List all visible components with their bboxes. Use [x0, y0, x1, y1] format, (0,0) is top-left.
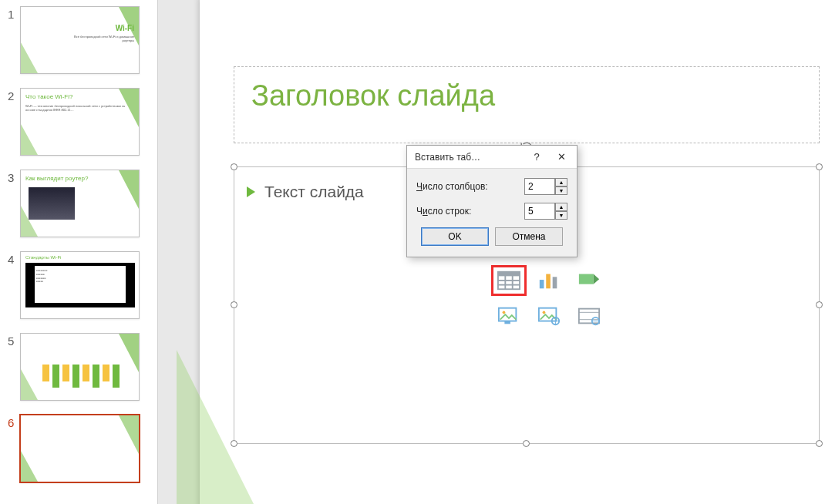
resize-handle[interactable]	[231, 440, 237, 447]
resize-handle[interactable]	[523, 440, 530, 447]
insert-table-icon[interactable]	[497, 270, 521, 291]
thumb-preview	[20, 415, 140, 482]
svg-rect-7	[546, 274, 551, 289]
insert-online-picture-icon[interactable]	[537, 306, 561, 326]
svg-rect-1	[498, 272, 520, 277]
rows-spin-up[interactable]: ▲	[555, 203, 567, 211]
resize-handle[interactable]	[231, 301, 237, 308]
title-placeholder-text: Заголовок слайда	[234, 67, 819, 125]
insert-smartart-icon[interactable]	[577, 270, 601, 291]
thumb-number: 5	[3, 333, 20, 348]
svg-point-15	[543, 311, 546, 314]
thumbnail-4[interactable]: 4 Стандарты Wi-Fi ■■■■■■■■■■■■■■■■■■■■■■…	[3, 251, 148, 319]
thumb-number: 4	[3, 251, 20, 266]
thumbnail-2[interactable]: 2 Что такое Wi-Fi? Wi-Fi — технология бе…	[3, 88, 148, 156]
resize-handle[interactable]	[816, 440, 823, 447]
slide-editor[interactable]: Заголовок слайда Текст слайда	[158, 0, 825, 504]
rows-input[interactable]	[524, 203, 555, 220]
rows-label: Число строк:	[416, 206, 518, 217]
rows-spinner[interactable]: ▲ ▼	[524, 203, 567, 220]
columns-spin-down[interactable]: ▼	[555, 186, 567, 195]
content-placeholder-icons	[497, 270, 608, 334]
thumb-number: 2	[3, 88, 20, 102]
resize-handle[interactable]	[816, 301, 823, 308]
bullet-icon	[247, 186, 255, 197]
columns-spinner[interactable]: ▲ ▼	[524, 178, 567, 195]
svg-rect-6	[540, 280, 544, 288]
title-placeholder[interactable]: Заголовок слайда	[234, 66, 820, 143]
thumb-preview: Что такое Wi-Fi? Wi-Fi — технология бесп…	[20, 88, 140, 156]
insert-table-dialog: Вставить таб… ? ✕ Число столбцов: ▲ ▼ Чи…	[406, 145, 578, 257]
resize-handle[interactable]	[231, 163, 237, 170]
thumbnail-1[interactable]: 1 Wi-Fi Всё беспроводной сети Wi-Fi и до…	[3, 6, 148, 74]
thumb-preview: Wi-Fi Всё беспроводной сети Wi-Fi и дома…	[20, 6, 140, 74]
svg-rect-9	[579, 274, 594, 284]
ok-button[interactable]: OK	[421, 227, 489, 246]
cancel-button[interactable]: Отмена	[495, 227, 563, 246]
thumb-number: 6	[3, 415, 20, 429]
columns-input[interactable]	[524, 178, 555, 195]
thumb-preview: Стандарты Wi-Fi ■■■■■■■■■■■■■■■■■■■■■■■■…	[20, 251, 140, 319]
thumb-preview: Как выглядит роутер?	[20, 170, 140, 237]
insert-picture-icon[interactable]	[497, 306, 521, 326]
dialog-title: Вставить таб…	[415, 152, 524, 163]
body-placeholder-text[interactable]: Текст слайда	[247, 183, 364, 201]
resize-handle[interactable]	[816, 163, 823, 170]
thumbnail-6[interactable]: 6	[3, 415, 148, 482]
svg-rect-8	[553, 277, 557, 288]
thumb-number: 3	[3, 170, 20, 184]
thumb-number: 1	[3, 6, 20, 21]
columns-spin-up[interactable]: ▲	[555, 178, 567, 186]
dialog-close-button[interactable]: ✕	[549, 146, 574, 169]
dialog-help-button[interactable]: ?	[524, 146, 549, 169]
svg-point-12	[503, 311, 506, 314]
thumbnail-3[interactable]: 3 Как выглядит роутер?	[3, 170, 148, 237]
dialog-titlebar[interactable]: Вставить таб… ? ✕	[407, 146, 577, 169]
rows-spin-down[interactable]: ▼	[555, 211, 567, 220]
svg-rect-13	[504, 321, 510, 324]
insert-chart-icon[interactable]	[537, 270, 561, 291]
svg-marker-10	[594, 274, 600, 284]
thumb-preview	[20, 333, 140, 401]
columns-label: Число столбцов:	[416, 181, 518, 192]
slide-thumbnail-panel[interactable]: 1 Wi-Fi Всё беспроводной сети Wi-Fi и до…	[0, 0, 158, 504]
thumbnail-5[interactable]: 5	[3, 333, 148, 401]
insert-video-icon[interactable]	[577, 306, 601, 326]
